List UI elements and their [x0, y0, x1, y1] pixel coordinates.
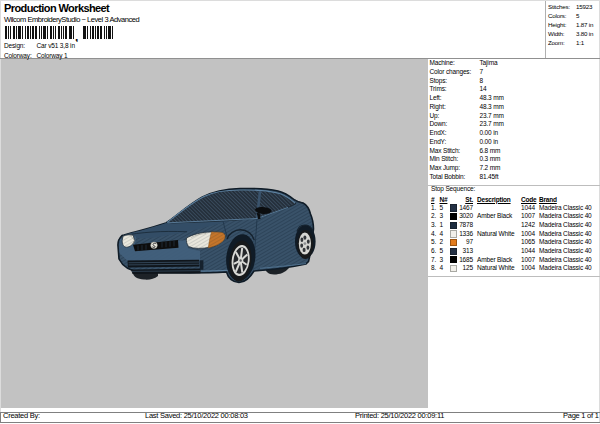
svg-text:,: ,	[75, 30, 78, 42]
